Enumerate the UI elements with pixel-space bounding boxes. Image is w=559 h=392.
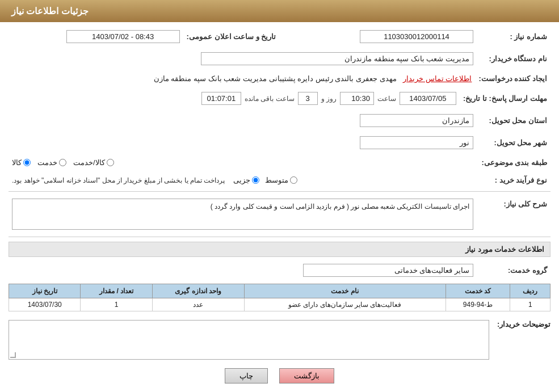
announcement-label: تاریخ و ساعت اعلان عمومی: <box>183 28 280 45</box>
cell-code: ط-94-949 <box>445 298 510 311</box>
deadline-time-label: ساعت <box>377 95 396 103</box>
col-code: کد خدمت <box>445 284 510 298</box>
general-description-label: شرح کلی نیاز: <box>477 196 550 232</box>
deadline-remaining-label: ساعت باقی مانده <box>245 95 295 103</box>
buyer-org-value: مدیریت شعب بانک سپه منطقه مازندران <box>201 52 473 65</box>
general-description-value: اجرای تاسیسات الکتریکی شعبه مصلی نور ( ف… <box>12 199 473 230</box>
announcement-value: 1403/07/02 - 08:43 <box>66 30 180 43</box>
col-name: نام خدمت <box>244 284 445 298</box>
cell-qty: 1 <box>81 298 152 311</box>
buyer-org-label: نام دستگاه خریدار: <box>477 50 550 68</box>
services-table: ردیف کد خدمت نام خدمت واحد اندازه گیری ت… <box>9 284 550 311</box>
service-group-label: گروه خدمت: <box>477 262 550 279</box>
buyer-description-box <box>9 320 489 360</box>
need-number-value: 1103030012000114 <box>360 30 473 43</box>
print-button[interactable]: چاپ <box>225 368 268 383</box>
requester-label: ایجاد کننده درخواست: <box>475 72 550 85</box>
city-label: شهر محل تحویل: <box>477 134 550 151</box>
deadline-days-label: روز و <box>321 95 337 103</box>
purchase-type-label: نوع فرآیند خرید : <box>477 174 550 187</box>
services-section-title: اطلاعات خدمات مورد نیاز <box>9 242 550 257</box>
table-row: 1 ط-94-949 فعالیت‌های سایر سازمان‌های دا… <box>9 298 550 311</box>
requester-link[interactable]: اطلاعات تماس خریدار <box>403 74 472 83</box>
category-label: طبقه بندی موضوعی: <box>477 156 550 169</box>
deadline-days: 3 <box>298 92 318 105</box>
deadline-remaining: 01:07:01 <box>201 92 241 105</box>
cell-date: 1403/07/30 <box>9 298 81 311</box>
page-header: جزئیات اطلاعات نیاز <box>0 0 559 22</box>
col-date: تاریخ نیاز <box>9 284 81 298</box>
purchase-note: پرداخت تمام یا بخشی از مبلغ خریدار از مح… <box>12 176 225 184</box>
resize-handle-buyer <box>10 352 16 358</box>
deadline-time: 10:30 <box>340 92 374 105</box>
province-label: استان محل تحویل: <box>477 112 550 129</box>
purchase-type-jozi[interactable]: جزیی <box>233 176 259 184</box>
category-kala-khidmat[interactable]: کالا/خدمت <box>73 158 114 167</box>
category-khidmat[interactable]: خدمت <box>37 158 66 167</box>
deadline-label: مهلت ارسال پاسخ: تا تاریخ: <box>460 90 550 107</box>
deadline-date: 1403/07/05 <box>400 92 456 105</box>
city-value: نور <box>360 136 473 149</box>
purchase-type-mutawaset[interactable]: متوسط <box>265 176 297 184</box>
cell-name: فعالیت‌های سایر سازمان‌های دارای عضو <box>244 298 445 311</box>
buyer-description-label: توضیحات خریدار: <box>494 317 550 328</box>
province-value: مازندران <box>360 114 473 127</box>
cell-row: 1 <box>510 298 550 311</box>
category-kala[interactable]: کالا <box>12 158 31 167</box>
col-qty: تعداد / مقدار <box>81 284 152 298</box>
requester-value: مهدی جعفری بالندی رئیس دایره پشتیبانی مد… <box>154 74 397 83</box>
service-group-value: سایر فعالیت‌های خدماتی <box>303 264 473 277</box>
col-unit: واحد اندازه گیری <box>152 284 244 298</box>
col-row: ردیف <box>510 284 550 298</box>
buttons-row: بازگشت چاپ <box>9 368 550 383</box>
need-number-label: شماره نیاز : <box>477 28 550 45</box>
back-button[interactable]: بازگشت <box>279 368 334 383</box>
cell-unit: عدد <box>152 298 244 311</box>
page-title: جزئیات اطلاعات نیاز <box>11 6 89 16</box>
